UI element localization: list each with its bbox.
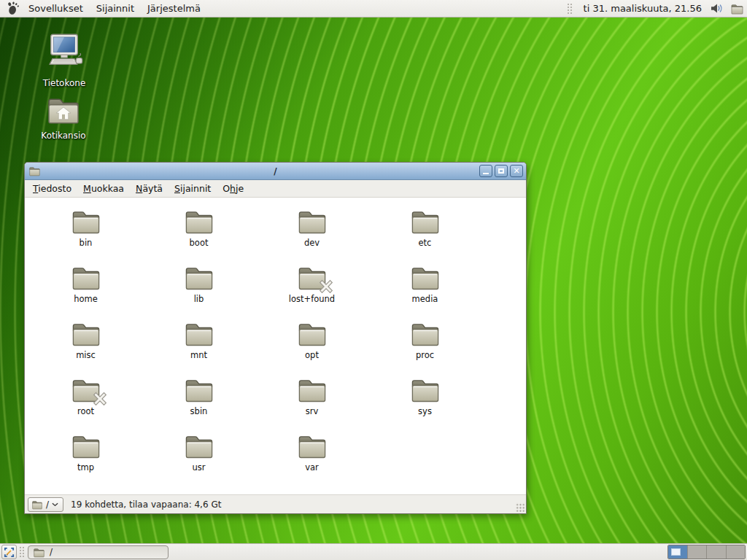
- folder-item[interactable]: root: [29, 375, 142, 431]
- folder-label: misc: [76, 350, 96, 360]
- folder-label: tmp: [77, 462, 94, 472]
- folder-label: media: [412, 294, 438, 304]
- workspace-cell[interactable]: [687, 545, 707, 559]
- workspace-cell[interactable]: [726, 545, 746, 559]
- folder-item[interactable]: lost+found: [255, 262, 368, 319]
- no-access-emblem-icon: [93, 392, 107, 406]
- folder-label: dev: [304, 238, 320, 248]
- computer-icon: [44, 32, 85, 73]
- gnome-foot-icon[interactable]: [4, 1, 20, 16]
- folder-icon: [296, 206, 328, 236]
- window-menu-item[interactable]: Tiedosto: [27, 181, 77, 196]
- folder-icon: [70, 206, 102, 236]
- folder-icon: [296, 375, 328, 404]
- panel-menu-item[interactable]: Sijainnit: [90, 0, 141, 17]
- folder-icon: [183, 262, 215, 292]
- folder-label: srv: [306, 406, 319, 416]
- desktop-wallpaper[interactable]: Tietokone Kotikansio /: [0, 18, 747, 543]
- folder-grid: bin boot: [29, 206, 526, 487]
- clock-applet[interactable]: ti 31. maaliskuuta, 21.56: [579, 3, 706, 14]
- bottom-panel: /: [0, 543, 747, 560]
- location-folder-icon: [31, 499, 43, 510]
- folder-icon: [296, 262, 328, 292]
- show-desktop-icon: [4, 547, 15, 558]
- folder-item[interactable]: media: [368, 262, 481, 319]
- location-value: /: [46, 499, 49, 510]
- window-menu-item[interactable]: Muokkaa: [77, 181, 130, 196]
- folder-label: sbin: [190, 406, 208, 416]
- folder-view[interactable]: bin boot: [25, 198, 526, 494]
- task-button-label: /: [50, 547, 53, 557]
- panel-menu-item[interactable]: Järjestelmä: [141, 0, 207, 17]
- folder-label: mnt: [190, 350, 207, 360]
- top-panel: SovelluksetSijainnitJärjestelmä ti 31. m…: [0, 0, 747, 18]
- window-menu-item[interactable]: Näytä: [130, 181, 169, 196]
- close-button[interactable]: ✕: [510, 165, 523, 177]
- window-titlebar[interactable]: / ✕: [25, 163, 526, 180]
- desktop-icon-home[interactable]: Kotikansio: [26, 93, 101, 141]
- menu-label-mnemonic: S: [174, 183, 180, 194]
- window-menu-item[interactable]: Ohje: [217, 181, 249, 196]
- folder-item[interactable]: sbin: [142, 375, 255, 431]
- folder-item[interactable]: misc: [29, 319, 142, 375]
- desktop-icon-computer[interactable]: Tietokone: [26, 32, 102, 89]
- folder-icon: [409, 206, 441, 236]
- folder-item[interactable]: srv: [255, 375, 368, 431]
- window-menubar: Tiedosto Muokkaa Näytä Sijainnit Ohje: [25, 180, 526, 198]
- folder-item[interactable]: proc: [368, 319, 481, 375]
- folder-label: boot: [190, 238, 209, 248]
- maximize-button[interactable]: [495, 165, 508, 177]
- folder-label: lost+found: [289, 294, 335, 304]
- folder-label: usr: [192, 462, 205, 472]
- menu-label-post: ijainnit: [180, 183, 211, 194]
- menu-label-pre: O: [222, 183, 230, 194]
- folder-item[interactable]: tmp: [29, 431, 142, 487]
- folder-item[interactable]: lib: [142, 262, 255, 319]
- window-menu-item[interactable]: Sijainnit: [169, 181, 217, 196]
- workspace-cell[interactable]: [706, 545, 726, 559]
- folder-icon: [296, 319, 328, 348]
- folder-item[interactable]: boot: [142, 206, 255, 262]
- tasklist-drag-handle[interactable]: [19, 546, 26, 558]
- show-desktop-button[interactable]: [1, 545, 17, 559]
- workspace-switcher: [667, 545, 746, 559]
- folder-item[interactable]: sys: [368, 375, 481, 431]
- volume-icon[interactable]: [709, 2, 724, 15]
- folder-item[interactable]: usr: [142, 431, 255, 487]
- folder-icon: [409, 375, 441, 404]
- folder-item[interactable]: etc: [368, 206, 481, 262]
- no-access-emblem-icon: [319, 279, 333, 294]
- menu-label-post: je: [236, 183, 244, 194]
- folder-icon: [70, 375, 102, 404]
- resize-grip[interactable]: [515, 502, 525, 512]
- folder-icon: [183, 206, 215, 236]
- workspace-window-thumb: [671, 548, 681, 556]
- folder-item[interactable]: mnt: [142, 319, 255, 375]
- file-manager-tray-icon[interactable]: [729, 2, 744, 15]
- folder-icon: [183, 431, 215, 460]
- folder-icon: [409, 319, 441, 348]
- folder-item[interactable]: opt: [255, 319, 368, 375]
- folder-item[interactable]: dev: [255, 206, 368, 262]
- folder-icon: [296, 431, 328, 460]
- folder-icon: [409, 262, 441, 292]
- folder-item[interactable]: bin: [29, 206, 142, 262]
- panel-menu-item[interactable]: Sovellukset: [22, 0, 90, 17]
- file-manager-window: / ✕ Tiedosto Muokkaa Näytä Sijainnit Ohj…: [24, 162, 527, 514]
- folder-label: sys: [418, 406, 432, 416]
- task-button[interactable]: /: [28, 545, 169, 559]
- minimize-button[interactable]: [479, 165, 492, 177]
- folder-label: root: [77, 406, 94, 416]
- applet-drag-handle[interactable]: [567, 3, 573, 15]
- folder-item[interactable]: var: [255, 431, 368, 487]
- workspace-cell[interactable]: [668, 545, 687, 559]
- location-dropdown[interactable]: /: [28, 497, 63, 512]
- folder-label: bin: [80, 238, 93, 248]
- status-text: 19 kohdetta, tilaa vapaana: 4,6 Gt: [71, 499, 221, 510]
- folder-label: lib: [194, 294, 204, 304]
- window-statusbar: / 19 kohdetta, tilaa vapaana: 4,6 Gt: [25, 494, 526, 513]
- folder-icon: [70, 431, 102, 460]
- folder-item[interactable]: home: [29, 262, 142, 319]
- menu-label-mnemonic: N: [136, 183, 142, 194]
- folder-icon: [70, 319, 102, 348]
